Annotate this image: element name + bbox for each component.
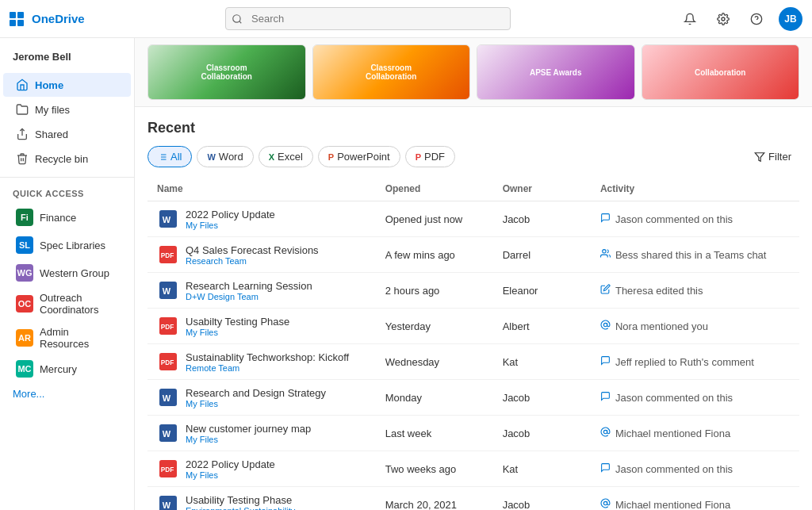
file-details: Q4 Sales Forecast Revisions Research Tea… bbox=[186, 244, 319, 266]
file-activity: Michael mentioned Fiona bbox=[591, 487, 799, 511]
onedrive-logo[interactable]: OneDrive bbox=[10, 12, 136, 26]
folder-icon bbox=[16, 103, 29, 116]
table-row[interactable]: W 2022 Policy Update My Files Opened jus… bbox=[147, 201, 799, 237]
file-title: Usability Testing Phase bbox=[186, 494, 295, 506]
table-row[interactable]: W Research and Design Strategy My Files … bbox=[147, 380, 799, 416]
file-owner: Jacob bbox=[493, 487, 591, 511]
search-input[interactable] bbox=[225, 7, 511, 30]
file-owner: Kat bbox=[493, 344, 591, 380]
more-link[interactable]: More... bbox=[0, 383, 134, 405]
sidebar-item-shared[interactable]: Shared bbox=[3, 122, 131, 146]
file-location: My Files bbox=[186, 220, 275, 230]
file-name-cell: W Research and Design Strategy My Files bbox=[157, 386, 366, 408]
settings-icon[interactable] bbox=[712, 8, 734, 30]
word-icon: W bbox=[157, 208, 179, 230]
file-title: New customer journey map bbox=[186, 423, 311, 435]
featured-card-4[interactable]: Collaboration Ru Apps Designed for Colla… bbox=[642, 44, 800, 100]
filter-label: Filter bbox=[768, 151, 791, 163]
file-title: Research Learning Session bbox=[186, 280, 312, 292]
file-name-cell: W Research Learning Session D+W Design T… bbox=[157, 279, 366, 301]
file-owner: Kat bbox=[493, 451, 591, 487]
admin-label: Admin Resources bbox=[40, 326, 118, 350]
table-row[interactable]: PDF Q4 Sales Forecast Revisions Research… bbox=[147, 237, 799, 273]
sidebar-item-outreach[interactable]: OC Outreach Coordinators bbox=[3, 287, 131, 320]
home-icon bbox=[16, 79, 29, 91]
activity-text: Jason commented on this bbox=[615, 463, 733, 475]
pdf-icon-tab: P bbox=[416, 152, 421, 162]
file-table: Name Opened Owner Activity W 2022 Policy… bbox=[147, 177, 799, 510]
filter-icon bbox=[754, 151, 765, 163]
sidebar-item-home[interactable]: Home bbox=[3, 73, 131, 97]
table-row[interactable]: W New customer journey map My Files Last… bbox=[147, 416, 799, 451]
logo-text: OneDrive bbox=[32, 12, 85, 25]
svg-point-26 bbox=[603, 323, 607, 326]
svg-marker-16 bbox=[755, 152, 764, 161]
filter-tabs: All W Word X Excel P PowerPoint bbox=[147, 146, 455, 167]
file-location: My Files bbox=[186, 399, 326, 408]
activity-text: Jason commented on this bbox=[615, 392, 733, 404]
featured-card-1[interactable]: ClassroomCollaboration J Classroom Colla… bbox=[147, 44, 306, 100]
pdf-icon: PDF bbox=[157, 315, 179, 337]
file-name-cell: PDF Usabilty Testing Phase My Files bbox=[157, 315, 366, 337]
word-icon: W bbox=[157, 493, 179, 510]
sidebar-item-my-files[interactable]: My files bbox=[3, 98, 131, 121]
file-title: Usabilty Testing Phase bbox=[186, 316, 289, 328]
file-location: My Files bbox=[186, 435, 311, 444]
tab-all[interactable]: All bbox=[147, 146, 192, 167]
sidebar-item-mercury[interactable]: MC Mercury bbox=[3, 355, 131, 382]
sidebar-item-spec-libraries[interactable]: SL Spec Libraries bbox=[3, 232, 131, 259]
file-owner: Jacob bbox=[493, 380, 591, 416]
card-thumb-1: ClassroomCollaboration bbox=[148, 45, 305, 99]
sidebar-item-western-group[interactable]: WG Western Group bbox=[3, 259, 131, 286]
notifications-icon[interactable] bbox=[679, 8, 701, 30]
svg-text:W: W bbox=[163, 393, 171, 403]
tab-all-label: All bbox=[170, 151, 182, 163]
file-activity: Theresa edited this bbox=[591, 273, 799, 309]
avatar[interactable]: JB bbox=[779, 7, 802, 31]
file-owner: Darrel bbox=[493, 237, 591, 273]
file-opened: Yesterday bbox=[376, 309, 493, 344]
activity-text: Michael mentioned Fiona bbox=[615, 499, 730, 511]
help-icon[interactable] bbox=[745, 8, 768, 30]
file-details: Sustainablity Techworkshop: Kickoff Remo… bbox=[186, 351, 349, 373]
file-location: Research Team bbox=[186, 256, 319, 266]
svg-text:PDF: PDF bbox=[161, 359, 174, 366]
shared-icon bbox=[16, 128, 29, 140]
sidebar-home-label: Home bbox=[35, 79, 63, 91]
tab-excel[interactable]: X Excel bbox=[259, 146, 313, 167]
tab-pdf[interactable]: P PDF bbox=[405, 146, 455, 167]
sidebar: Jerome Bell Home My files Shared Recycle… bbox=[0, 38, 135, 510]
file-name-cell: W 2022 Policy Update My Files bbox=[157, 208, 366, 230]
sidebar-item-finance[interactable]: Fi Finance bbox=[3, 204, 131, 231]
activity-text: Michael mentioned Fiona bbox=[615, 428, 730, 439]
file-opened: Opened just now bbox=[376, 201, 493, 237]
main-layout: Jerome Bell Home My files Shared Recycle… bbox=[0, 38, 812, 510]
file-activity: Jason commented on this bbox=[591, 201, 799, 237]
col-header-name: Name bbox=[147, 177, 376, 201]
pdf-icon: PDF bbox=[157, 243, 179, 266]
sidebar-user-name: Jerome Bell bbox=[0, 44, 134, 72]
sidebar-item-recycle-bin[interactable]: Recycle bin bbox=[3, 147, 131, 171]
svg-point-33 bbox=[603, 430, 607, 433]
featured-card-3[interactable]: APSE Awards R APSE Awards Raquel recorde… bbox=[477, 44, 635, 100]
filter-button[interactable]: Filter bbox=[746, 147, 799, 167]
file-location: D+W Design Team bbox=[186, 292, 312, 301]
topbar: OneDrive JB bbox=[0, 0, 812, 38]
table-row[interactable]: W Research Learning Session D+W Design T… bbox=[147, 273, 799, 309]
file-details: Research Learning Session D+W Design Tea… bbox=[186, 280, 312, 301]
mercury-label: Mercury bbox=[40, 363, 77, 375]
tab-word[interactable]: W Word bbox=[197, 146, 253, 167]
sidebar-shared-label: Shared bbox=[35, 128, 68, 140]
trash-icon bbox=[16, 152, 29, 165]
sidebar-item-admin[interactable]: AR Admin Resources bbox=[3, 321, 131, 355]
table-row[interactable]: PDF Sustainablity Techworkshop: Kickoff … bbox=[147, 344, 799, 380]
card-info-4: Ru Apps Designed for Collab... Ruth shar… bbox=[642, 99, 799, 100]
svg-text:PDF: PDF bbox=[161, 252, 174, 259]
featured-card-2[interactable]: ClassroomCollaboration N Classroom Colla… bbox=[312, 44, 471, 100]
table-row[interactable]: PDF Usabilty Testing Phase My Files Yest… bbox=[147, 309, 799, 344]
file-details: 2022 Policy Update My Files bbox=[186, 209, 275, 230]
table-row[interactable]: W Usability Testing Phase Environmental … bbox=[147, 487, 799, 511]
tab-powerpoint[interactable]: P PowerPoint bbox=[318, 146, 400, 167]
table-row[interactable]: PDF 2022 Policy Update My Files Two week… bbox=[147, 451, 799, 487]
file-details: New customer journey map My Files bbox=[186, 423, 311, 444]
